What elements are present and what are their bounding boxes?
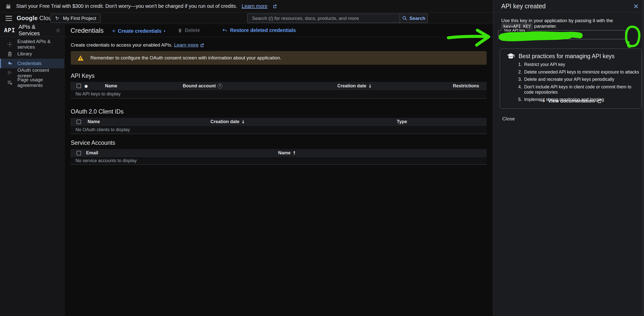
create-credentials-button[interactable]: + Create credentials ▾ (112, 27, 165, 34)
page-title: Credentials (70, 27, 104, 34)
description-text-after: parameter. (534, 23, 557, 29)
view-documentation-label: View documentation (548, 98, 594, 104)
free-trial-text: Start your Free Trial with $300 in credi… (16, 3, 237, 9)
search-icon (402, 16, 407, 21)
description-text: Use this key in your application by pass… (501, 18, 613, 23)
service-accounts-title: Service Accounts (71, 139, 115, 146)
status-circle-icon: ● (84, 82, 88, 90)
free-trial-banner: Start your Free Trial with $300 in credi… (0, 0, 493, 13)
empty-state-text: No service accounts to display (76, 158, 137, 163)
panel-description: Use this key in your application by pass… (501, 18, 644, 29)
sidebar-item-credentials[interactable]: Credentials (0, 59, 64, 68)
best-practices-header: Best practices for managing API keys (507, 53, 615, 60)
search-button[interactable]: Search (400, 14, 427, 23)
intro-sentence: Create credentials to access your enable… (71, 42, 173, 48)
column-name[interactable]: Name ↑ (278, 149, 296, 157)
arrow-right-icon: → (540, 97, 545, 104)
search-input[interactable] (247, 14, 400, 23)
select-all-checkbox[interactable] (77, 149, 81, 157)
trial-learn-more-link[interactable]: Learn more (242, 3, 267, 9)
external-link-icon (597, 99, 601, 103)
oauth-clients-table: Name Creation date ↓ Type No OAuth clien… (70, 118, 487, 134)
sidebar-item-oauth-consent[interactable]: OAuth consent screen (0, 68, 64, 78)
pin-star-icon[interactable]: ☆ (55, 27, 61, 33)
intro-text: Create credentials to access your enable… (71, 42, 204, 48)
logo-google: Google (17, 15, 38, 21)
name-label: Name (278, 150, 291, 156)
empty-state-text: No OAuth clients to display (76, 127, 130, 132)
list-item: Don't include API keys in client code or… (523, 84, 641, 95)
trash-icon (177, 28, 183, 33)
oauth-clients-title: OAuth 2.0 Client IDs (71, 108, 124, 115)
search-bar: Search (247, 14, 428, 23)
sidebar-item-library[interactable]: Library (0, 49, 64, 59)
api-keys-title: API Keys (71, 73, 95, 79)
column-creation-date[interactable]: Creation date ↓ (210, 118, 245, 126)
api-keys-empty-row: No API keys to display (70, 90, 487, 98)
column-type[interactable]: Type (397, 118, 407, 126)
sidebar-item-label: Enabled APIs & services (17, 39, 64, 50)
project-icon (55, 16, 60, 21)
column-name[interactable]: Name (88, 118, 100, 126)
sort-descending-icon: ↓ (241, 119, 245, 124)
column-email[interactable]: Email (86, 149, 98, 157)
oauth-table-header: Name Creation date ↓ Type (70, 118, 487, 126)
apis-services-logo: API (4, 27, 15, 33)
sidebar-item-label: Credentials (17, 61, 42, 66)
empty-state-text: No API keys to display (76, 91, 121, 97)
select-all-checkbox[interactable] (77, 118, 81, 126)
oauth-consent-icon (7, 70, 13, 76)
service-accounts-table: Email Name ↑ No service accounts to disp… (70, 149, 487, 165)
warning-icon (77, 55, 84, 61)
column-name[interactable]: Name (105, 82, 117, 90)
api-key-created-panel: API key created × Use this key in your a… (493, 0, 644, 316)
panel-scrollbar[interactable] (642, 0, 644, 316)
api-key-field[interactable]: Your API key (498, 30, 625, 39)
best-practices-title: Best practices for managing API keys (519, 53, 615, 60)
list-item: Restrict your API key (523, 62, 641, 67)
creation-date-label: Creation date (337, 83, 366, 89)
google-cloud-logo: GoogleCloud (17, 15, 55, 22)
project-selector[interactable]: My First Project (51, 14, 100, 23)
search-button-label: Search (409, 16, 425, 21)
view-documentation-link[interactable]: → View documentation (500, 97, 641, 104)
chevron-down-icon: ▾ (164, 29, 165, 33)
best-practices-card: Best practices for managing API keys Res… (500, 49, 642, 109)
panel-header: API key created × (493, 0, 644, 12)
column-bound-account[interactable]: Bound account ? (183, 82, 222, 90)
oauth-empty-row: No OAuth clients to display (70, 126, 487, 134)
create-credentials-label: Create credentials (118, 28, 161, 34)
intro-learn-more-link[interactable]: Learn more (174, 42, 199, 48)
delete-label: Delete (185, 27, 200, 33)
warning-text: Remember to configure the OAuth consent … (90, 55, 281, 61)
list-item: Delete and recreate your API keys period… (523, 77, 641, 82)
column-restrictions[interactable]: Restrictions (453, 82, 479, 90)
external-link-icon (273, 4, 277, 8)
credentials-toolbar: Credentials + Create credentials ▾ Delet… (64, 24, 493, 37)
oauth-warning-banner: Remember to configure the OAuth consent … (71, 51, 487, 65)
close-button[interactable]: Close (502, 116, 515, 122)
restore-deleted-credentials-button[interactable]: Restore deleted credentials (222, 27, 296, 33)
creation-date-label: Creation date (210, 119, 239, 124)
delete-button[interactable]: Delete (177, 27, 200, 33)
app-header: GoogleCloud My First Project Search (0, 13, 493, 24)
sidebar-header: API APIs & Services ☆ (0, 24, 64, 37)
sidebar-item-label: Library (17, 51, 32, 57)
list-item: Delete unneeded API keys to minimize exp… (523, 69, 641, 75)
school-icon (507, 53, 515, 60)
api-keys-table-header: ● Name Bound account ? Creation date ↓ R… (70, 82, 487, 90)
select-all-checkbox[interactable] (77, 82, 81, 90)
close-icon[interactable]: × (633, 1, 638, 11)
help-icon[interactable]: ? (218, 84, 222, 88)
column-creation-date[interactable]: Creation date ↓ (337, 82, 372, 90)
sidebar-item-label: Page usage agreements (17, 77, 64, 88)
page-usage-icon (7, 80, 13, 85)
undo-arrow-icon (222, 28, 228, 33)
external-link-icon (200, 43, 204, 47)
plus-icon: + (112, 27, 116, 34)
enabled-apis-icon (7, 42, 13, 47)
menu-icon[interactable] (6, 16, 12, 21)
sidebar-item-page-usage[interactable]: Page usage agreements (0, 78, 64, 87)
sidebar-nav: Enabled APIs & services Library Credenti… (0, 37, 64, 87)
sidebar-item-enabled-apis[interactable]: Enabled APIs & services (0, 40, 64, 49)
